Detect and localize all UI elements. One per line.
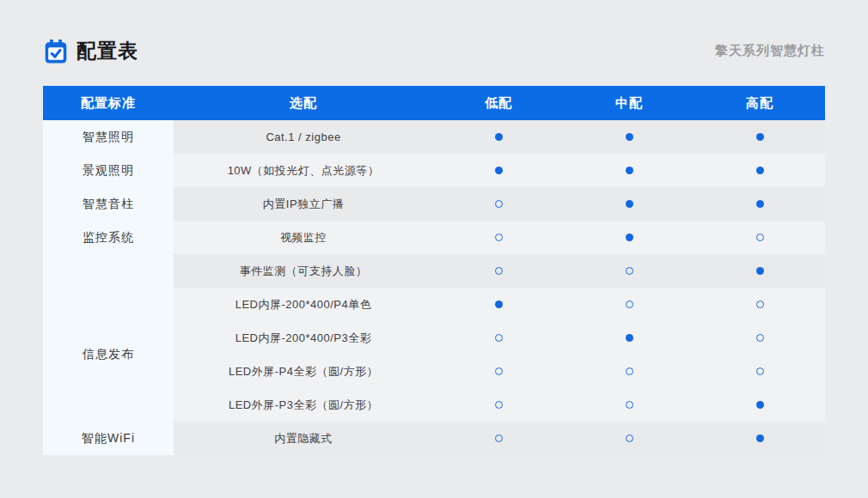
dot-optional-icon: [495, 367, 503, 375]
option-cell: LED外屏-P3全彩（圆/方形）: [174, 398, 433, 413]
page-subtitle: 擎天系列智慧灯柱: [715, 43, 825, 59]
config-group-cell: 信息发布: [43, 288, 174, 422]
dot-optional-icon: [626, 367, 633, 375]
dot-included-icon: [495, 167, 503, 174]
table-row: LED外屏-P3全彩（圆/方形）: [174, 388, 825, 422]
tier-cell-high: [694, 367, 825, 375]
config-rows: Cat.1 / zigbee10W（如投光灯、点光源等）内置IP独立广播视频监控…: [174, 120, 825, 455]
dot-included-icon: [626, 167, 633, 174]
tier-cell-mid: [564, 334, 694, 342]
dot-included-icon: [756, 267, 764, 275]
table-row: 内置IP独立广播: [174, 187, 825, 221]
dot-included-icon: [756, 200, 764, 208]
dot-included-icon: [756, 401, 764, 409]
dot-optional-icon: [756, 301, 764, 308]
config-group-label: 智能WiFi: [43, 431, 174, 446]
tier-cell-mid: [564, 133, 694, 141]
option-cell: LED内屏-200*400/P4单色: [174, 297, 433, 313]
column-header-high: 高配: [694, 95, 825, 112]
config-group-label: 智慧音柱: [43, 197, 174, 212]
dot-optional-icon: [626, 301, 633, 308]
dot-optional-icon: [756, 234, 764, 241]
dot-included-icon: [756, 133, 764, 141]
tier-cell-mid: [564, 401, 694, 409]
dot-optional-icon: [756, 334, 764, 342]
table-row: 事件监测（可支持人脸）: [174, 254, 825, 288]
config-groups-column: 智慧照明景观照明智慧音柱监控系统信息发布智能WiFi: [43, 120, 174, 455]
dot-optional-icon: [495, 267, 503, 275]
config-group-label: 智慧照明: [43, 130, 174, 145]
column-header-standard: 配置标准: [43, 95, 174, 112]
dot-optional-icon: [495, 334, 503, 342]
config-group-cell: 智慧照明: [43, 120, 174, 154]
config-group-cell: 景观照明: [43, 154, 174, 187]
dot-included-icon: [495, 301, 503, 308]
dot-included-icon: [756, 434, 764, 442]
dot-optional-icon: [626, 267, 633, 275]
tier-cell-low: [433, 167, 564, 174]
table-row: 视频监控: [174, 221, 825, 254]
tier-cell-high: [694, 434, 825, 442]
table-row: LED内屏-200*400/P3全彩: [174, 321, 825, 355]
tier-cell-low: [433, 434, 564, 442]
tier-cell-mid: [564, 267, 694, 275]
tier-cell-high: [694, 401, 825, 409]
tier-cell-mid: [564, 301, 694, 308]
dot-included-icon: [626, 334, 633, 342]
dot-optional-icon: [495, 401, 503, 409]
tier-cell-high: [694, 234, 825, 241]
table-row: LED内屏-200*400/P4单色: [174, 288, 825, 321]
config-group-label: 信息发布: [43, 347, 174, 362]
tier-cell-mid: [564, 434, 694, 442]
option-cell: 视频监控: [174, 230, 433, 246]
tier-cell-low: [433, 401, 564, 409]
tier-cell-high: [694, 200, 825, 208]
tier-cell-high: [694, 334, 825, 342]
tier-cell-mid: [564, 167, 694, 174]
tier-cell-low: [433, 234, 564, 241]
table-header-row: 配置标准 选配 低配 中配 高配: [43, 86, 825, 120]
tier-cell-high: [694, 167, 825, 174]
dot-optional-icon: [495, 234, 503, 241]
dot-optional-icon: [495, 200, 503, 208]
option-cell: 事件监测（可支持人脸）: [174, 264, 433, 279]
option-cell: 内置IP独立广播: [174, 197, 433, 212]
table-row: 10W（如投光灯、点光源等）: [174, 154, 825, 187]
option-cell: Cat.1 / zigbee: [174, 131, 433, 143]
config-group-label: 景观照明: [43, 163, 174, 179]
dot-optional-icon: [756, 367, 764, 375]
config-table: 配置标准 选配 低配 中配 高配 智慧照明景观照明智慧音柱监控系统信息发布智能W…: [43, 86, 825, 455]
column-header-low: 低配: [433, 95, 564, 112]
table-row: Cat.1 / zigbee: [174, 120, 825, 154]
tier-cell-mid: [564, 200, 694, 208]
table-body: 智慧照明景观照明智慧音柱监控系统信息发布智能WiFi Cat.1 / zigbe…: [43, 120, 825, 455]
dot-included-icon: [756, 167, 764, 174]
page-title: 配置表: [76, 38, 138, 64]
config-group-label: 监控系统: [43, 221, 174, 254]
column-header-mid: 中配: [564, 95, 694, 112]
tier-cell-low: [433, 267, 564, 275]
tier-cell-high: [694, 267, 825, 275]
tier-cell-mid: [564, 234, 694, 241]
config-group-cell: 监控系统: [43, 221, 174, 288]
dot-included-icon: [495, 133, 503, 141]
tier-cell-low: [433, 200, 564, 208]
table-row: LED外屏-P4全彩（圆/方形）: [174, 355, 825, 388]
option-cell: 10W（如投光灯、点光源等）: [174, 163, 433, 179]
tier-cell-low: [433, 301, 564, 308]
tier-cell-mid: [564, 367, 694, 375]
dot-included-icon: [626, 234, 633, 241]
option-cell: LED外屏-P4全彩（圆/方形）: [174, 364, 433, 380]
option-cell: LED内屏-200*400/P3全彩: [174, 331, 433, 346]
tier-cell-high: [694, 133, 825, 141]
table-row: 内置隐藏式: [174, 422, 825, 455]
calendar-check-icon: [43, 39, 69, 64]
dot-optional-icon: [626, 434, 633, 442]
tier-cell-low: [433, 133, 564, 141]
tier-cell-high: [694, 301, 825, 308]
option-cell: 内置隐藏式: [174, 431, 433, 446]
dot-optional-icon: [626, 401, 633, 409]
page-header: 配置表 擎天系列智慧灯柱: [43, 38, 825, 64]
config-group-cell: 智慧音柱: [43, 187, 174, 221]
config-group-cell: 智能WiFi: [43, 422, 174, 455]
